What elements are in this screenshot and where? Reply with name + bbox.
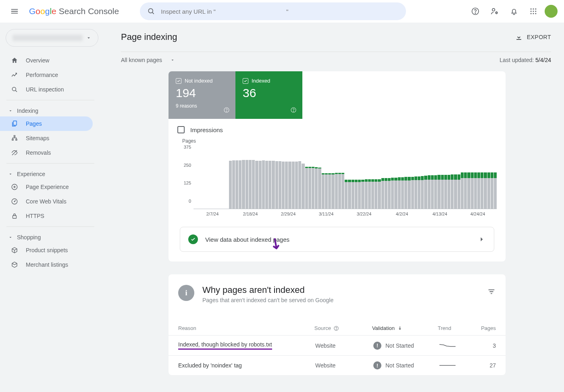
chart-bar[interactable] xyxy=(401,177,404,209)
chart-bar[interactable] xyxy=(408,177,410,209)
chart-bar[interactable] xyxy=(474,172,477,209)
help-icon[interactable] xyxy=(223,107,230,113)
chart-bar[interactable] xyxy=(285,162,288,209)
chart-bar[interactable] xyxy=(368,179,371,209)
nav-merchant-listings[interactable]: Merchant listings xyxy=(0,257,93,272)
chart-bar[interactable] xyxy=(322,173,325,209)
chart-bar[interactable] xyxy=(305,167,308,209)
property-selector[interactable] xyxy=(6,29,98,47)
nav-pages[interactable]: Pages xyxy=(0,116,93,131)
chart-bar[interactable] xyxy=(381,178,384,209)
chart-bar[interactable] xyxy=(302,164,304,209)
chart-bar[interactable] xyxy=(434,175,437,209)
chart-bar[interactable] xyxy=(328,173,331,209)
tile-not-indexed[interactable]: Not indexed 194 9 reasons xyxy=(169,71,235,119)
view-indexed-data-button[interactable]: View data about indexed pages xyxy=(180,227,494,252)
chart-bar[interactable] xyxy=(494,172,497,209)
help-button[interactable] xyxy=(467,3,483,19)
chart-bar[interactable] xyxy=(365,179,368,209)
chart-bar[interactable] xyxy=(428,175,431,209)
pages-filter-dropdown[interactable]: All known pages xyxy=(121,57,175,63)
chart-bar[interactable] xyxy=(471,172,474,209)
help-icon[interactable] xyxy=(333,326,339,331)
chart-bar[interactable] xyxy=(394,178,397,209)
chart-bar[interactable] xyxy=(437,175,440,209)
logo[interactable]: Google Search Console xyxy=(29,6,119,16)
chart-bar[interactable] xyxy=(232,160,235,209)
nav-product-snippets[interactable]: Product snippets xyxy=(0,243,93,257)
chart-bar[interactable] xyxy=(375,179,377,209)
chart-bar[interactable] xyxy=(268,161,271,209)
chart-bar[interactable] xyxy=(288,162,291,209)
chart-bar[interactable] xyxy=(325,173,328,209)
chart-bar[interactable] xyxy=(341,173,344,209)
chart-bar[interactable] xyxy=(424,176,427,209)
chart-bar[interactable] xyxy=(481,172,483,209)
chart-bar[interactable] xyxy=(249,160,252,209)
chart-bar[interactable] xyxy=(308,167,311,209)
chart-bar[interactable] xyxy=(242,160,245,209)
chart-plot[interactable] xyxy=(194,145,497,209)
chart-bar[interactable] xyxy=(255,161,258,209)
apps-button[interactable] xyxy=(525,3,541,19)
chart-bar[interactable] xyxy=(477,172,480,209)
chart-bar[interactable] xyxy=(404,177,407,209)
chart-bar[interactable] xyxy=(272,161,275,209)
chart-bar[interactable] xyxy=(312,167,314,209)
chart-bar[interactable] xyxy=(447,175,450,209)
impressions-toggle[interactable]: Impressions xyxy=(169,119,506,137)
chart-bar[interactable] xyxy=(331,173,334,209)
chart-bar[interactable] xyxy=(239,160,241,209)
chart-bar[interactable] xyxy=(411,177,414,209)
section-experience[interactable]: Experience xyxy=(0,167,103,180)
chart-bar[interactable] xyxy=(398,177,401,209)
chart-bar[interactable] xyxy=(298,161,301,209)
chart-bar[interactable] xyxy=(491,172,493,209)
chart-bar[interactable] xyxy=(454,174,457,209)
nav-removals[interactable]: Removals xyxy=(0,145,93,160)
nav-https[interactable]: HTTPS xyxy=(0,209,93,223)
chart-bar[interactable] xyxy=(338,173,341,209)
chart-bar[interactable] xyxy=(265,161,268,209)
chart-bar[interactable] xyxy=(441,175,444,209)
chart-bar[interactable] xyxy=(292,162,295,209)
users-settings-button[interactable] xyxy=(487,3,503,19)
tile-indexed[interactable]: Indexed 36 xyxy=(235,71,302,119)
menu-button[interactable] xyxy=(6,3,23,19)
chart-bar[interactable] xyxy=(418,176,420,209)
chart-bar[interactable] xyxy=(378,179,381,209)
chart-bar[interactable] xyxy=(444,175,447,209)
url-inspect-input[interactable] xyxy=(161,8,399,15)
chart-bar[interactable] xyxy=(484,172,487,209)
nav-url-inspection[interactable]: URL inspection xyxy=(0,82,93,97)
table-row[interactable]: Indexed, though blocked by robots.txtWeb… xyxy=(169,335,506,355)
chart-bar[interactable] xyxy=(458,174,460,209)
help-icon[interactable] xyxy=(290,107,297,113)
chart-bar[interactable] xyxy=(431,175,434,209)
url-inspect-searchbar[interactable] xyxy=(140,2,406,20)
chart-bar[interactable] xyxy=(467,172,470,209)
nav-page-experience[interactable]: Page Experience xyxy=(0,180,93,194)
chart-bar[interactable] xyxy=(282,162,285,209)
chart-bar[interactable] xyxy=(348,180,351,209)
nav-core-web-vitals[interactable]: Core Web Vitals xyxy=(0,194,93,209)
chart-bar[interactable] xyxy=(414,176,417,209)
chart-bar[interactable] xyxy=(421,176,424,209)
chart-bar[interactable] xyxy=(371,179,374,209)
export-button[interactable]: EXPORT xyxy=(515,33,551,41)
chart-bar[interactable] xyxy=(358,180,361,209)
chart-bar[interactable] xyxy=(464,172,467,209)
chart-bar[interactable] xyxy=(487,172,490,209)
chart-bar[interactable] xyxy=(229,161,232,209)
account-avatar[interactable] xyxy=(545,5,558,18)
chart-bar[interactable] xyxy=(252,160,255,209)
chart-bar[interactable] xyxy=(335,173,338,209)
chart-bar[interactable] xyxy=(385,178,387,209)
chart-bar[interactable] xyxy=(355,180,358,209)
chart-bar[interactable] xyxy=(345,180,348,209)
chart-bar[interactable] xyxy=(246,160,248,209)
chart-bar[interactable] xyxy=(361,180,364,209)
section-shopping[interactable]: Shopping xyxy=(0,230,103,243)
chart-bar[interactable] xyxy=(391,178,394,209)
chart-bar[interactable] xyxy=(235,160,238,209)
